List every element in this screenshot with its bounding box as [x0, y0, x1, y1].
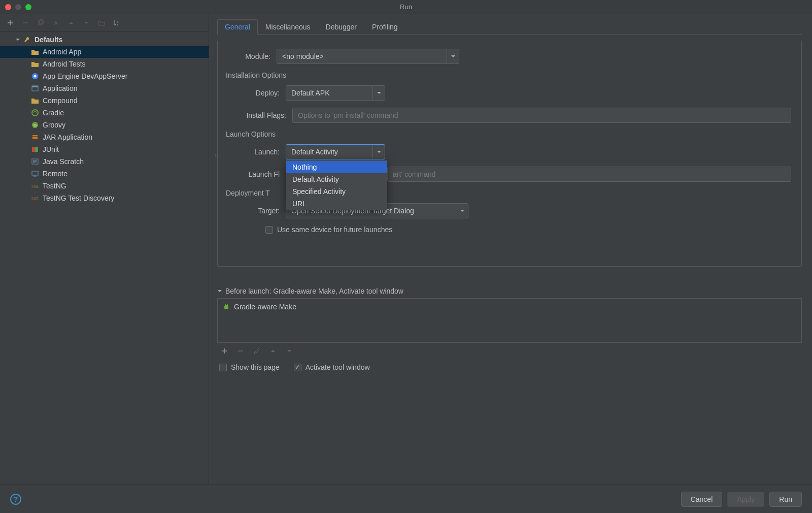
deploy-value: Default APK [291, 89, 330, 97]
chevron-down-icon [456, 204, 468, 218]
tree-item-testng-discovery[interactable]: NGTestNG Test Discovery [0, 192, 209, 204]
module-label: Module: [228, 52, 277, 60]
launch-option-nothing[interactable]: Nothing [286, 161, 387, 173]
deploy-select[interactable]: Default APK [286, 85, 385, 101]
move-task-up-button [268, 346, 278, 356]
svg-point-6 [34, 75, 37, 78]
add-config-button[interactable] [5, 18, 15, 28]
tree-item-compound[interactable]: Compound [0, 94, 209, 107]
help-button[interactable]: ? [10, 494, 21, 505]
tree-item-label: TestNG Test Discovery [43, 194, 114, 202]
edit-task-button [252, 346, 262, 356]
module-select[interactable]: <no module> [277, 49, 459, 64]
tree-item-groovy[interactable]: GGroovy [0, 119, 209, 131]
wrench-icon [22, 36, 31, 44]
gradle-icon [30, 109, 40, 117]
install-flags-input[interactable] [292, 108, 791, 123]
svg-rect-1 [40, 20, 43, 24]
run-button[interactable]: Run [769, 492, 802, 507]
svg-text:G: G [33, 123, 37, 127]
before-launch-section: Before launch: Gradle-aware Make, Activa… [217, 287, 802, 375]
svg-text:z: z [117, 23, 118, 26]
tree-item-java-scratch[interactable]: Java Scratch [0, 155, 209, 168]
tab-miscellaneous[interactable]: Miscellaneous [258, 19, 318, 35]
svg-point-2 [55, 22, 57, 23]
svg-rect-22 [224, 306, 228, 309]
same-device-label: Use same device for future launches [277, 226, 392, 234]
testng-icon: NG [30, 182, 40, 190]
move-task-down-button [284, 346, 294, 356]
launch-group-label: Launch Options [226, 130, 791, 138]
tree-item-label: JUnit [43, 145, 59, 153]
sidebar-toolbar: az [0, 14, 209, 31]
launch-flags-input[interactable] [387, 167, 791, 182]
tree-item-junit[interactable]: JUnit [0, 143, 209, 155]
remove-task-button [235, 346, 246, 356]
folder-icon [30, 48, 40, 56]
folder-icon [30, 97, 40, 105]
before-launch-header[interactable]: Before launch: Gradle-aware Make, Activa… [217, 287, 802, 295]
before-launch-toolbar [217, 343, 802, 359]
svg-point-9 [32, 110, 38, 116]
launch-option-url[interactable]: URL [286, 198, 387, 210]
appengine-icon [30, 72, 40, 80]
cancel-button[interactable]: Cancel [681, 492, 723, 507]
close-window-icon[interactable] [5, 4, 11, 10]
expand-icon [15, 37, 22, 42]
target-label: Target: [237, 207, 286, 215]
show-page-checkbox[interactable] [219, 364, 227, 371]
maximize-window-icon[interactable] [25, 4, 31, 10]
launch-select[interactable]: Default Activity [286, 144, 385, 159]
move-up-button [66, 18, 76, 28]
resize-grip-icon[interactable]: ⠿ [215, 153, 217, 159]
tree-item-label: Android Tests [43, 60, 86, 68]
tree-item-label: Compound [43, 97, 78, 105]
tree-item-jar[interactable]: JAR Application [0, 131, 209, 143]
launch-option-specified-activity[interactable]: Specified Activity [286, 185, 387, 198]
tree-item-appengine[interactable]: App Engine DevAppServer [0, 70, 209, 82]
copy-config-button [36, 18, 46, 28]
sort-button[interactable]: az [112, 18, 122, 28]
svg-rect-17 [32, 171, 38, 175]
activate-window-checkbox[interactable] [294, 364, 301, 371]
tab-general[interactable]: General [217, 19, 258, 35]
expand-icon [217, 288, 222, 294]
add-task-button[interactable] [219, 346, 229, 356]
launch-option-default-activity[interactable]: Default Activity [286, 173, 387, 185]
window-title: Run [400, 3, 412, 11]
tree-item-android-tests[interactable]: Android Tests [0, 58, 209, 70]
tree-node-defaults[interactable]: Defaults [0, 34, 209, 46]
tree-item-label: JAR Application [43, 133, 92, 141]
launch-dropdown: Nothing Default Activity Specified Activ… [286, 161, 387, 210]
svg-rect-15 [35, 147, 38, 152]
installation-group-label: Installation Options [226, 71, 791, 79]
tree-item-application[interactable]: Application [0, 82, 209, 94]
svg-rect-0 [39, 21, 42, 25]
jar-icon [30, 133, 40, 141]
same-device-checkbox[interactable] [265, 226, 273, 234]
tab-debugger[interactable]: Debugger [318, 19, 365, 35]
tree-item-label: Groovy [43, 121, 65, 129]
dialog-footer: ? Cancel Apply Run [0, 485, 812, 513]
tree-item-label: Android App [43, 48, 81, 56]
minimize-window-icon [15, 4, 21, 10]
folder-button [96, 18, 107, 28]
svg-rect-13 [32, 136, 38, 137]
android-icon [223, 303, 230, 310]
scratch-icon [30, 157, 40, 166]
launch-label: Launch: [237, 148, 286, 156]
tree-item-android-app[interactable]: Android App [0, 46, 209, 58]
app-icon [30, 84, 40, 92]
launch-flags-label: Launch Fl [237, 170, 286, 178]
before-launch-list: Gradle-aware Make [217, 298, 802, 343]
before-launch-item[interactable]: Gradle-aware Make [220, 301, 799, 313]
tree-item-remote[interactable]: Remote [0, 168, 209, 180]
testng-icon: NG [30, 194, 40, 202]
tabs: General Miscellaneous Debugger Profiling [217, 19, 802, 35]
remove-config-button [20, 18, 30, 28]
tree-item-label: TestNG [43, 182, 66, 190]
chevron-down-icon [373, 145, 385, 159]
tree-item-gradle[interactable]: Gradle [0, 107, 209, 119]
tab-profiling[interactable]: Profiling [364, 19, 405, 35]
tree-item-testng[interactable]: NGTestNG [0, 180, 209, 192]
